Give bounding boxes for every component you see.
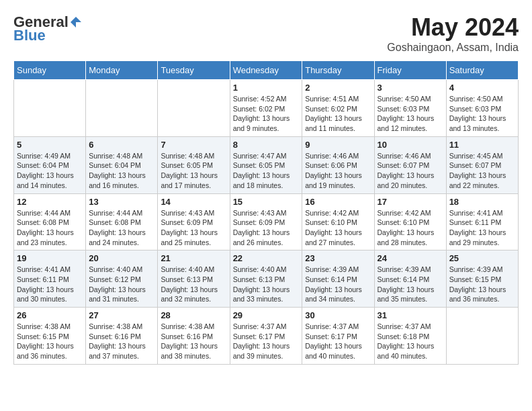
day-info: Sunrise: 4:46 AM Sunset: 6:06 PM Dayligh… [305,151,371,191]
day-info: Sunrise: 4:44 AM Sunset: 6:08 PM Dayligh… [17,208,83,248]
day-info: Sunrise: 4:40 AM Sunset: 6:13 PM Dayligh… [161,265,226,304]
table-cell: 6Sunrise: 4:48 AM Sunset: 6:04 PM Daylig… [86,136,158,193]
page-header: General Blue May 2024 Goshaingaon, Assam… [13,13,519,54]
table-cell: 3Sunrise: 4:50 AM Sunset: 6:03 PM Daylig… [374,80,446,137]
day-info: Sunrise: 4:41 AM Sunset: 6:11 PM Dayligh… [17,265,83,304]
header-thursday: Thursday [302,61,374,80]
day-info: Sunrise: 4:38 AM Sunset: 6:16 PM Dayligh… [89,322,154,361]
day-number: 14 [161,197,226,207]
table-cell: 26Sunrise: 4:38 AM Sunset: 6:15 PM Dayli… [14,308,86,365]
table-cell: 7Sunrise: 4:48 AM Sunset: 6:05 PM Daylig… [158,136,230,193]
day-number: 7 [161,140,226,150]
day-number: 9 [305,140,371,150]
day-info: Sunrise: 4:41 AM Sunset: 6:11 PM Dayligh… [449,208,515,248]
logo-icon [69,15,83,29]
table-cell: 18Sunrise: 4:41 AM Sunset: 6:11 PM Dayli… [446,193,518,250]
week-row-4: 19Sunrise: 4:41 AM Sunset: 6:11 PM Dayli… [14,250,519,308]
day-number: 10 [378,140,443,150]
table-cell: 30Sunrise: 4:37 AM Sunset: 6:17 PM Dayli… [302,308,374,365]
table-cell: 17Sunrise: 4:42 AM Sunset: 6:10 PM Dayli… [374,193,446,250]
table-cell: 12Sunrise: 4:44 AM Sunset: 6:08 PM Dayli… [14,193,86,250]
table-cell: 14Sunrise: 4:43 AM Sunset: 6:09 PM Dayli… [158,193,230,250]
day-info: Sunrise: 4:42 AM Sunset: 6:10 PM Dayligh… [305,208,371,248]
day-info: Sunrise: 4:39 AM Sunset: 6:14 PM Dayligh… [378,265,443,304]
day-number: 26 [17,310,83,320]
day-number: 2 [305,83,371,93]
calendar-table: Sunday Monday Tuesday Wednesday Thursday… [13,60,519,365]
table-cell: 23Sunrise: 4:39 AM Sunset: 6:14 PM Dayli… [302,250,374,308]
day-number: 3 [378,83,443,93]
table-cell: 31Sunrise: 4:37 AM Sunset: 6:18 PM Dayli… [374,308,446,365]
table-cell: 16Sunrise: 4:42 AM Sunset: 6:10 PM Dayli… [302,193,374,250]
location-title: Goshaingaon, Assam, India [387,42,519,54]
table-cell [86,80,158,137]
table-cell: 29Sunrise: 4:37 AM Sunset: 6:17 PM Dayli… [230,308,302,365]
week-row-1: 1Sunrise: 4:52 AM Sunset: 6:02 PM Daylig… [14,80,519,137]
day-number: 13 [89,197,154,207]
table-cell: 13Sunrise: 4:44 AM Sunset: 6:08 PM Dayli… [86,193,158,250]
day-info: Sunrise: 4:37 AM Sunset: 6:17 PM Dayligh… [233,322,300,361]
svg-marker-0 [71,17,81,28]
day-number: 24 [378,253,443,263]
table-cell: 11Sunrise: 4:45 AM Sunset: 6:07 PM Dayli… [446,136,518,193]
day-number: 25 [449,253,515,263]
table-cell: 28Sunrise: 4:38 AM Sunset: 6:16 PM Dayli… [158,308,230,365]
day-number: 27 [89,310,154,320]
day-info: Sunrise: 4:43 AM Sunset: 6:09 PM Dayligh… [161,208,226,248]
table-cell: 15Sunrise: 4:43 AM Sunset: 6:09 PM Dayli… [230,193,302,250]
table-cell: 2Sunrise: 4:51 AM Sunset: 6:02 PM Daylig… [302,80,374,137]
day-info: Sunrise: 4:48 AM Sunset: 6:04 PM Dayligh… [89,151,154,191]
day-info: Sunrise: 4:46 AM Sunset: 6:07 PM Dayligh… [378,151,443,191]
table-cell [446,308,518,365]
table-cell: 9Sunrise: 4:46 AM Sunset: 6:06 PM Daylig… [302,136,374,193]
header-monday: Monday [86,61,158,80]
header-wednesday: Wednesday [230,61,302,80]
day-number: 4 [449,83,515,93]
header-saturday: Saturday [446,61,518,80]
day-info: Sunrise: 4:52 AM Sunset: 6:02 PM Dayligh… [233,94,300,134]
day-info: Sunrise: 4:45 AM Sunset: 6:07 PM Dayligh… [449,151,515,191]
day-number: 6 [89,140,154,150]
table-cell: 22Sunrise: 4:40 AM Sunset: 6:13 PM Dayli… [230,250,302,308]
day-info: Sunrise: 4:38 AM Sunset: 6:16 PM Dayligh… [161,322,226,361]
day-number: 11 [449,140,515,150]
day-number: 17 [378,197,443,207]
month-title: May 2024 [387,13,519,42]
logo: General Blue [13,13,83,44]
day-info: Sunrise: 4:37 AM Sunset: 6:18 PM Dayligh… [378,322,443,361]
header-sunday: Sunday [14,61,86,80]
day-info: Sunrise: 4:50 AM Sunset: 6:03 PM Dayligh… [378,94,443,134]
day-info: Sunrise: 4:48 AM Sunset: 6:05 PM Dayligh… [161,151,226,191]
table-cell [14,80,86,137]
day-info: Sunrise: 4:47 AM Sunset: 6:05 PM Dayligh… [233,151,300,191]
table-cell: 4Sunrise: 4:50 AM Sunset: 6:03 PM Daylig… [446,80,518,137]
table-cell: 1Sunrise: 4:52 AM Sunset: 6:02 PM Daylig… [230,80,302,137]
day-number: 21 [161,253,226,263]
table-cell: 24Sunrise: 4:39 AM Sunset: 6:14 PM Dayli… [374,250,446,308]
table-cell: 5Sunrise: 4:49 AM Sunset: 6:04 PM Daylig… [14,136,86,193]
day-number: 31 [378,310,443,320]
day-info: Sunrise: 4:50 AM Sunset: 6:03 PM Dayligh… [449,94,515,134]
day-number: 5 [17,140,83,150]
table-cell: 8Sunrise: 4:47 AM Sunset: 6:05 PM Daylig… [230,136,302,193]
day-number: 8 [233,140,300,150]
week-row-5: 26Sunrise: 4:38 AM Sunset: 6:15 PM Dayli… [14,308,519,365]
day-number: 30 [305,310,371,320]
day-info: Sunrise: 4:37 AM Sunset: 6:17 PM Dayligh… [305,322,371,361]
day-number: 1 [233,83,300,93]
table-cell: 27Sunrise: 4:38 AM Sunset: 6:16 PM Dayli… [86,308,158,365]
day-number: 20 [89,253,154,263]
week-row-3: 12Sunrise: 4:44 AM Sunset: 6:08 PM Dayli… [14,193,519,250]
day-number: 18 [449,197,515,207]
calendar-header-row: Sunday Monday Tuesday Wednesday Thursday… [14,61,519,80]
table-cell [158,80,230,137]
day-number: 28 [161,310,226,320]
day-number: 29 [233,310,300,320]
header-friday: Friday [374,61,446,80]
day-info: Sunrise: 4:39 AM Sunset: 6:15 PM Dayligh… [449,265,515,304]
day-info: Sunrise: 4:51 AM Sunset: 6:02 PM Dayligh… [305,94,371,134]
day-info: Sunrise: 4:40 AM Sunset: 6:13 PM Dayligh… [233,265,300,304]
day-info: Sunrise: 4:42 AM Sunset: 6:10 PM Dayligh… [378,208,443,248]
table-cell: 21Sunrise: 4:40 AM Sunset: 6:13 PM Dayli… [158,250,230,308]
header-tuesday: Tuesday [158,61,230,80]
